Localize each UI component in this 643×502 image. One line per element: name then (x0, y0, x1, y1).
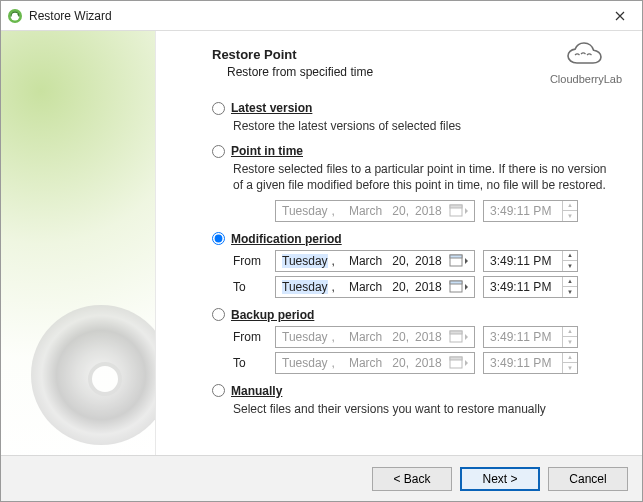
calendar-dropdown-icon[interactable] (446, 278, 472, 296)
option-backup-period: Backup period From Tuesday , March 20, 2… (212, 308, 626, 374)
desc-point-in-time: Restore selected files to a particular p… (233, 161, 616, 193)
close-button[interactable] (597, 1, 642, 31)
calendar-icon (446, 202, 472, 220)
brand-logo: CloudberryLab (546, 41, 626, 85)
mod-to-time-picker[interactable]: 3:49:11 PM ▲▼ (483, 276, 578, 298)
mod-from-date-picker[interactable]: Tuesday , March 20, 2018 (275, 250, 475, 272)
page-title: Restore Point (212, 47, 546, 62)
svg-rect-3 (450, 205, 462, 208)
cancel-button[interactable]: Cancel (548, 467, 628, 491)
calendar-icon (446, 354, 472, 372)
bak-to-date-picker: Tuesday , March 20, 2018 (275, 352, 475, 374)
wizard-sidebar (1, 31, 156, 455)
svg-rect-11 (450, 357, 462, 360)
options-area: Latest version Restore the latest versio… (172, 85, 626, 455)
label-latest-version[interactable]: Latest version (231, 101, 312, 115)
time-spinner[interactable]: ▲▼ (562, 251, 577, 271)
label-modification-period[interactable]: Modification period (231, 232, 342, 246)
option-point-in-time: Point in time Restore selected files to … (212, 144, 626, 221)
option-latest-version: Latest version Restore the latest versio… (212, 101, 626, 134)
calendar-dropdown-icon[interactable] (446, 252, 472, 270)
back-button[interactable]: < Back (372, 467, 452, 491)
bak-from-label: From (233, 330, 267, 344)
brand-name: CloudberryLab (550, 73, 622, 85)
app-icon (7, 8, 23, 24)
desc-manually: Select files and their versions you want… (233, 401, 616, 417)
disc-icon (31, 305, 156, 445)
wizard-footer: < Back Next > Cancel (1, 455, 642, 501)
calendar-icon (446, 328, 472, 346)
wizard-main: Restore Point Restore from specified tim… (156, 31, 642, 455)
page-subtitle: Restore from specified time (227, 65, 546, 79)
radio-manually[interactable] (212, 384, 225, 397)
bak-from-date-picker: Tuesday , March 20, 2018 (275, 326, 475, 348)
bak-to-time-picker: 3:49:11 PM ▲▼ (483, 352, 578, 374)
wizard-body: Restore Point Restore from specified tim… (1, 31, 642, 455)
bak-to-label: To (233, 356, 267, 370)
radio-modification-period[interactable] (212, 232, 225, 245)
pit-date-picker: Tuesday , March 20, 2018 (275, 200, 475, 222)
window-title: Restore Wizard (29, 9, 112, 23)
mod-to-label: To (233, 280, 267, 294)
option-modification-period: Modification period From Tuesday , March… (212, 232, 626, 298)
titlebar: Restore Wizard (1, 1, 642, 31)
pit-time-picker: 3:49:11 PM ▲▼ (483, 200, 578, 222)
time-spinner[interactable]: ▲▼ (562, 277, 577, 297)
desc-latest-version: Restore the latest versions of selected … (233, 118, 616, 134)
radio-point-in-time[interactable] (212, 145, 225, 158)
label-point-in-time[interactable]: Point in time (231, 144, 303, 158)
label-manually[interactable]: Manually (231, 384, 282, 398)
mod-to-date-picker[interactable]: Tuesday , March 20, 2018 (275, 276, 475, 298)
next-button[interactable]: Next > (460, 467, 540, 491)
label-backup-period[interactable]: Backup period (231, 308, 314, 322)
mod-from-label: From (233, 254, 267, 268)
mod-from-time-picker[interactable]: 3:49:11 PM ▲▼ (483, 250, 578, 272)
svg-rect-7 (450, 281, 462, 284)
svg-rect-9 (450, 331, 462, 334)
time-spinner: ▲▼ (562, 201, 577, 221)
bak-from-time-picker: 3:49:11 PM ▲▼ (483, 326, 578, 348)
radio-latest-version[interactable] (212, 102, 225, 115)
svg-rect-5 (450, 255, 462, 258)
radio-backup-period[interactable] (212, 308, 225, 321)
option-manually: Manually Select files and their versions… (212, 384, 626, 417)
restore-wizard-window: Restore Wizard Restore Point Restore fro… (0, 0, 643, 502)
